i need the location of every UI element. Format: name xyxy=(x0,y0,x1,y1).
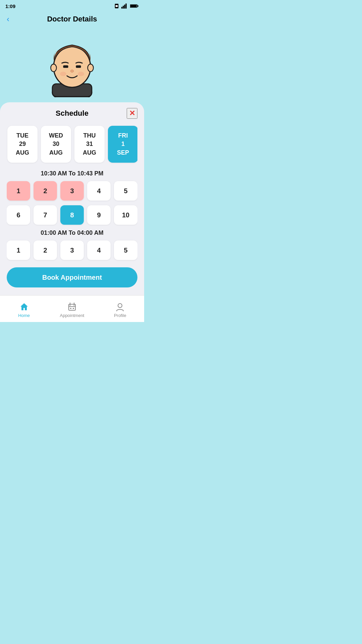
slot2-5[interactable]: 5 xyxy=(114,240,137,260)
slot-grid-row3: 1 2 3 4 5 xyxy=(7,240,137,260)
slot-8[interactable]: 8 xyxy=(60,205,84,225)
date-card-tue[interactable]: TUE 29 AUG xyxy=(7,126,38,163)
slot-5[interactable]: 5 xyxy=(114,181,137,201)
sheet-scrollable: TUE 29 AUG WED 30 AUG THU 31 AUG FRI 1 S… xyxy=(7,124,137,290)
slot-grid-row1: 1 2 3 4 5 xyxy=(7,181,137,201)
svg-rect-3 xyxy=(123,6,124,8)
page-title: Doctor Details xyxy=(47,15,97,23)
slot-10[interactable]: 10 xyxy=(114,205,137,225)
back-button[interactable]: ‹ xyxy=(7,14,9,24)
svg-rect-7 xyxy=(130,5,137,7)
svg-rect-4 xyxy=(124,5,125,9)
slot-6[interactable]: 6 xyxy=(7,205,30,225)
slot-grid-row2: 6 7 8 9 10 xyxy=(7,205,137,225)
schedule-header: Schedule ✕ xyxy=(7,109,137,118)
slot2-1[interactable]: 1 xyxy=(7,240,30,260)
date-card-wed[interactable]: WED 30 AUG xyxy=(41,126,71,163)
svg-rect-24 xyxy=(70,308,71,309)
slot2-4[interactable]: 4 xyxy=(87,240,111,260)
svg-rect-1 xyxy=(116,5,118,7)
date-card-fri[interactable]: FRI 1 SEP xyxy=(108,126,137,163)
date-card-thu[interactable]: THU 31 AUG xyxy=(74,126,105,163)
nav-item-profile[interactable]: Profile xyxy=(96,300,144,318)
slot-7[interactable]: 7 xyxy=(34,205,57,225)
time-range-1: 10:30 AM To 10:43 PM xyxy=(7,170,137,177)
svg-point-17 xyxy=(70,70,74,72)
profile-icon xyxy=(115,302,125,312)
slot2-3[interactable]: 3 xyxy=(60,240,84,260)
schedule-title: Schedule xyxy=(56,109,88,118)
status-bar: 1:09 xyxy=(0,0,144,12)
svg-rect-25 xyxy=(73,308,74,309)
slot-2[interactable]: 2 xyxy=(34,181,57,201)
slot-9[interactable]: 9 xyxy=(87,205,111,225)
date-selector[interactable]: TUE 29 AUG WED 30 AUG THU 31 AUG FRI 1 S… xyxy=(7,124,137,164)
slot-4[interactable]: 4 xyxy=(87,181,111,201)
svg-point-13 xyxy=(51,64,56,72)
book-appointment-button[interactable]: Book Appointment xyxy=(7,267,137,287)
status-icons xyxy=(114,3,139,9)
page-header: ‹ Doctor Details xyxy=(0,12,144,27)
sim-icon xyxy=(114,3,119,9)
svg-rect-16 xyxy=(76,65,81,68)
status-time: 1:09 xyxy=(5,3,15,9)
svg-point-14 xyxy=(88,64,94,72)
nav-item-appointment[interactable]: Appointment xyxy=(48,300,96,318)
svg-rect-2 xyxy=(121,7,122,9)
battery-icon xyxy=(130,4,139,8)
signal-icon xyxy=(121,3,128,9)
slot-3[interactable]: 3 xyxy=(60,181,84,201)
schedule-sheet: Schedule ✕ TUE 29 AUG WED 30 AUG THU 31 … xyxy=(0,102,144,322)
svg-point-26 xyxy=(118,304,122,308)
slot-1[interactable]: 1 xyxy=(7,181,30,201)
doctor-avatar-area xyxy=(0,27,144,97)
svg-point-18 xyxy=(60,72,66,76)
close-button[interactable]: ✕ xyxy=(127,108,137,119)
svg-point-19 xyxy=(78,72,84,76)
doctor-avatar xyxy=(40,30,104,97)
nav-item-home[interactable]: Home xyxy=(0,300,48,318)
appointment-icon xyxy=(67,302,77,312)
slot2-2[interactable]: 2 xyxy=(34,240,57,260)
bottom-nav: Home Appointment Profile xyxy=(0,295,144,322)
svg-rect-15 xyxy=(63,65,68,68)
svg-rect-5 xyxy=(126,4,127,9)
home-icon xyxy=(19,302,29,312)
nav-label-appointment: Appointment xyxy=(60,313,84,318)
svg-rect-8 xyxy=(137,5,138,7)
nav-label-profile: Profile xyxy=(114,313,126,318)
time-range-2: 01:00 AM To 04:00 AM xyxy=(7,229,137,236)
nav-label-home: Home xyxy=(18,313,30,318)
